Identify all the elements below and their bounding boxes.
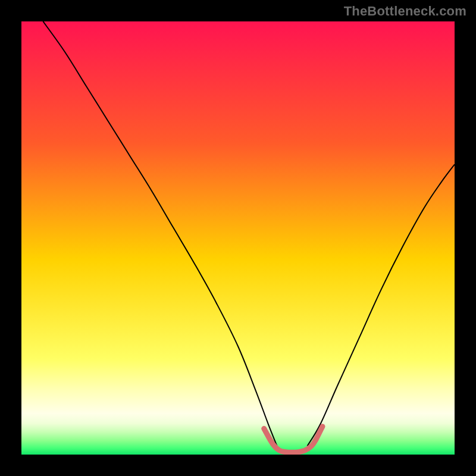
plot-area <box>21 21 455 455</box>
series-left-branch <box>43 21 277 446</box>
series-valley-marker <box>264 427 322 453</box>
watermark-label: TheBottleneck.com <box>344 4 466 19</box>
curve-layer <box>21 21 455 455</box>
chart-frame: TheBottleneck.com <box>0 0 476 476</box>
series-right-branch <box>307 164 455 446</box>
